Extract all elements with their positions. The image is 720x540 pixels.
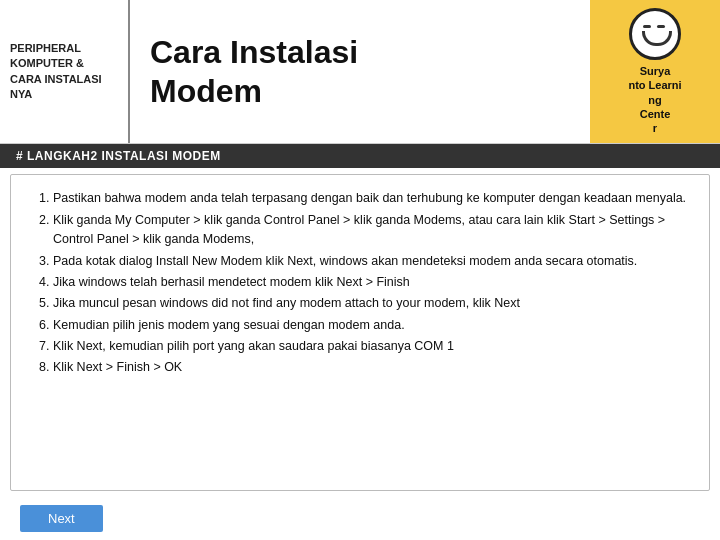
list-item: Kemudian pilih jenis modem yang sesuai d… [53, 316, 689, 335]
steps-list: Pastikan bahwa modem anda telah terpasan… [31, 189, 689, 377]
list-item: Klik ganda My Computer > klik ganda Cont… [53, 211, 689, 250]
header: PERIPHERAL KOMPUTER & CARA INSTALASI NYA… [0, 0, 720, 144]
title-line1: Cara Instalasi [150, 34, 358, 70]
list-item: Pada kotak dialog Install New Modem klik… [53, 252, 689, 271]
page-title: Cara Instalasi Modem [150, 33, 358, 110]
next-button[interactable]: Next [20, 505, 103, 532]
list-item: Klik Next > Finish > OK [53, 358, 689, 377]
logo-circle [629, 8, 681, 60]
section-label: # LANGKAH2 INSTALASI MODEM [16, 149, 221, 163]
page: PERIPHERAL KOMPUTER & CARA INSTALASI NYA… [0, 0, 720, 540]
content-area: Pastikan bahwa modem anda telah terpasan… [10, 174, 710, 491]
breadcrumb-label: PERIPHERAL KOMPUTER & CARA INSTALASI NYA [0, 0, 130, 143]
list-item: Klik Next, kemudian pilih port yang akan… [53, 337, 689, 356]
logo-text: Surya nto Learni ng Cente r [628, 64, 681, 135]
peripheral-label: PERIPHERAL KOMPUTER & CARA INSTALASI NYA [10, 41, 118, 103]
section-header: # LANGKAH2 INSTALASI MODEM [0, 144, 720, 168]
list-item: Pastikan bahwa modem anda telah terpasan… [53, 189, 689, 208]
logo-face-icon [632, 11, 678, 57]
title-line2: Modem [150, 73, 262, 109]
page-title-area: Cara Instalasi Modem [130, 0, 590, 143]
list-item: Jika windows telah berhasil mendetect mo… [53, 273, 689, 292]
list-item: Jika muncul pesan windows did not find a… [53, 294, 689, 313]
logo-area: Surya nto Learni ng Cente r [590, 0, 720, 143]
footer: Next [0, 501, 720, 540]
